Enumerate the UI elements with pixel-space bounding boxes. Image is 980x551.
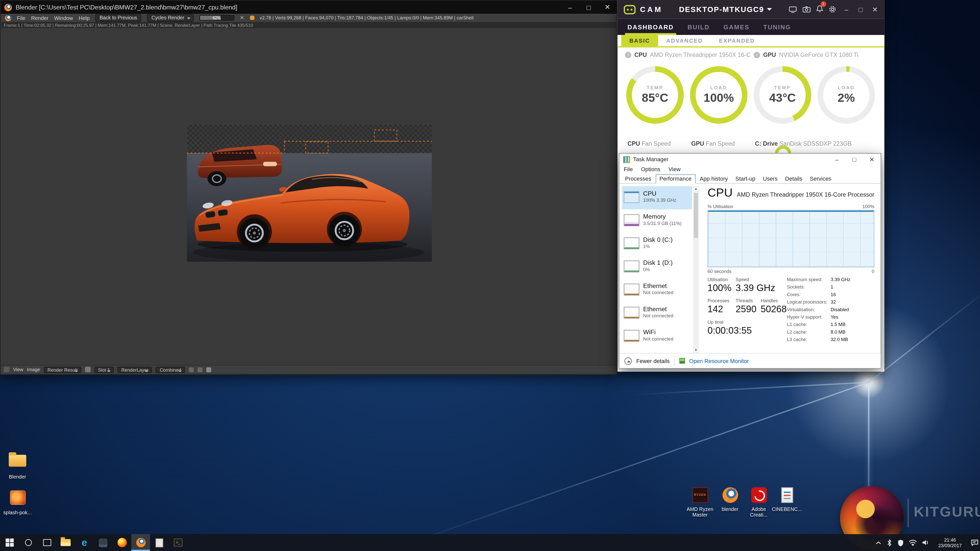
maximize-button[interactable]: □ <box>579 0 598 14</box>
subtab-expanded[interactable]: EXPANDED <box>711 35 763 46</box>
cpu-device: CPU AMD Ryzen Threadripper 1950X 16-Core <box>625 51 750 58</box>
minimize-button[interactable]: – <box>561 0 579 14</box>
firefox-button[interactable] <box>113 534 131 551</box>
cancel-render-icon[interactable]: ✕ <box>240 15 244 21</box>
cpu-label: CPU <box>635 51 647 58</box>
cam-host-selector[interactable]: DESKTOP-MTKUGC9 <box>679 5 772 14</box>
scrollbar-thumb[interactable] <box>694 193 698 238</box>
kitguru-watermark-text: KITGURU <box>914 503 980 520</box>
tab-details[interactable]: Details <box>782 175 805 183</box>
gpu-temp-gauge: TEMP 43°C <box>754 66 811 124</box>
render-result-select[interactable]: Render Result <box>44 366 81 372</box>
minimize-button[interactable]: – <box>828 154 846 165</box>
desktop-icon-splash[interactable]: splash-pok... <box>0 489 35 515</box>
pin-icon[interactable] <box>85 367 91 372</box>
menu-options[interactable]: Options <box>641 166 660 172</box>
sidebar-item-cpu[interactable]: CPU100% 3.39 GHz <box>622 186 692 210</box>
menu-file[interactable]: File <box>624 166 633 172</box>
editor-type-icon[interactable] <box>4 367 10 372</box>
info-icon[interactable] <box>754 52 760 58</box>
display-icon[interactable] <box>789 6 797 13</box>
subtab-advanced[interactable]: ADVANCED <box>658 35 711 46</box>
gear-icon[interactable] <box>829 6 836 13</box>
menu-help[interactable]: Help <box>79 15 89 21</box>
camera-icon[interactable] <box>802 6 811 12</box>
channel-button[interactable] <box>189 367 194 372</box>
blender-menu-logo-icon[interactable] <box>5 15 11 21</box>
edge-button[interactable]: e <box>75 534 94 551</box>
scene-statistics: v2.78 | Verts:99,268 | Faces:94,070 | Tr… <box>260 15 474 21</box>
tab-games[interactable]: GAMES <box>724 19 749 35</box>
back-to-previous-button[interactable]: Back to Previous <box>95 14 142 22</box>
maximize-button[interactable]: □ <box>845 154 863 165</box>
fewer-details-button[interactable]: Fewer details <box>636 358 670 364</box>
task-view-button[interactable] <box>38 534 56 551</box>
menu-window[interactable]: Window <box>54 15 73 21</box>
view-menu[interactable]: View <box>13 367 23 372</box>
menu-view[interactable]: View <box>668 166 680 172</box>
file-explorer-button[interactable] <box>56 534 75 551</box>
volume-icon[interactable] <box>922 539 929 546</box>
tray-chevron-up-icon[interactable] <box>876 541 881 545</box>
image-menu[interactable]: Image <box>27 367 40 372</box>
notifications-bell-icon[interactable]: 1 <box>816 4 823 15</box>
slot-select[interactable]: Slot 1 <box>94 366 114 372</box>
wifi-icon[interactable] <box>909 539 917 546</box>
documents-button[interactable] <box>150 534 169 551</box>
terminal-button[interactable] <box>169 534 187 551</box>
action-center-icon[interactable] <box>970 539 979 546</box>
open-resource-monitor-link[interactable]: Open Resource Monitor <box>689 358 749 364</box>
blender-image-editor-viewport[interactable] <box>1 28 616 366</box>
channel-button[interactable] <box>197 367 202 372</box>
menu-file[interactable]: File <box>17 15 25 21</box>
cam-title-bar[interactable]: CAM DESKTOP-MTKUGC9 1 – □ ✕ <box>617 0 885 19</box>
render-engine-select[interactable]: Cycles Render <box>147 14 193 22</box>
tab-users[interactable]: Users <box>760 175 781 183</box>
tab-tuning[interactable]: TUNING <box>763 19 791 35</box>
scroll-down-arrow[interactable]: ▼ <box>693 348 699 353</box>
taskbar-clock[interactable]: 21:46 23/09/2017 <box>934 537 966 548</box>
sidebar-item-wifi[interactable]: WiFiNot connected <box>622 348 692 353</box>
menu-render[interactable]: Render <box>31 15 48 21</box>
disk-graph-thumbnail <box>624 238 639 249</box>
gauge-value: 43°C <box>769 91 796 105</box>
channel-button[interactable] <box>206 367 211 372</box>
scroll-up-arrow[interactable]: ▲ <box>693 186 699 192</box>
info-icon[interactable] <box>625 52 631 58</box>
sidebar-item-disk0[interactable]: Disk 0 (C:)1% <box>622 232 692 256</box>
start-button[interactable] <box>0 534 19 551</box>
sidebar-scrollbar[interactable]: ▲ ▼ <box>693 186 699 353</box>
bluetooth-icon[interactable] <box>886 539 892 546</box>
tab-build[interactable]: BUILD <box>687 19 710 35</box>
tab-startup[interactable]: Start-up <box>732 175 759 183</box>
blender-icon <box>136 538 145 548</box>
desktop-icon-cinebench[interactable]: CINEBENC... <box>770 486 804 512</box>
sidebar-item-ethernet[interactable]: EthernetNot connected <box>622 279 692 302</box>
tab-dashboard[interactable]: DASHBOARD <box>628 19 674 35</box>
minimize-button[interactable]: – <box>842 6 851 13</box>
desktop-icon-blender-folder[interactable]: Blender <box>0 451 35 480</box>
subtab-basic[interactable]: BASIC <box>621 35 658 46</box>
close-button[interactable]: ✕ <box>870 5 879 14</box>
cpu-temp-gauge: TEMP 85°C <box>626 66 684 124</box>
sidebar-item-wifi[interactable]: WiFiNot connected <box>622 325 692 348</box>
tab-performance[interactable]: Performance <box>655 174 695 184</box>
tab-processes[interactable]: Processes <box>622 175 654 183</box>
tab-app-history[interactable]: App history <box>697 175 731 183</box>
tab-services[interactable]: Services <box>807 175 835 183</box>
sidebar-item-disk1[interactable]: Disk 1 (D:)0% <box>622 256 692 279</box>
render-layer-select[interactable]: RenderLayer <box>118 366 152 372</box>
search-button[interactable] <box>19 534 37 551</box>
task-manager-title-bar[interactable]: Task Manager – □ ✕ <box>619 154 881 165</box>
sidebar-item-memory[interactable]: Memory3.5/31.9 GB (11%) <box>622 209 692 232</box>
sidebar-item-ethernet[interactable]: EthernetNot connected <box>622 302 692 325</box>
maximize-button[interactable]: □ <box>856 6 865 13</box>
blender-title-bar[interactable]: Blender [C:\Users\Test PC\Desktop\BMW27_… <box>0 0 617 14</box>
blender-taskbar-button[interactable] <box>131 534 150 551</box>
pinned-app-button[interactable] <box>94 534 112 551</box>
cpu-load-gauge: LOAD 100% <box>690 66 748 124</box>
security-shield-icon[interactable] <box>897 539 904 546</box>
render-pass-select[interactable]: Combined <box>156 366 185 372</box>
close-button[interactable]: ✕ <box>863 154 881 165</box>
close-button[interactable]: ✕ <box>598 0 617 14</box>
